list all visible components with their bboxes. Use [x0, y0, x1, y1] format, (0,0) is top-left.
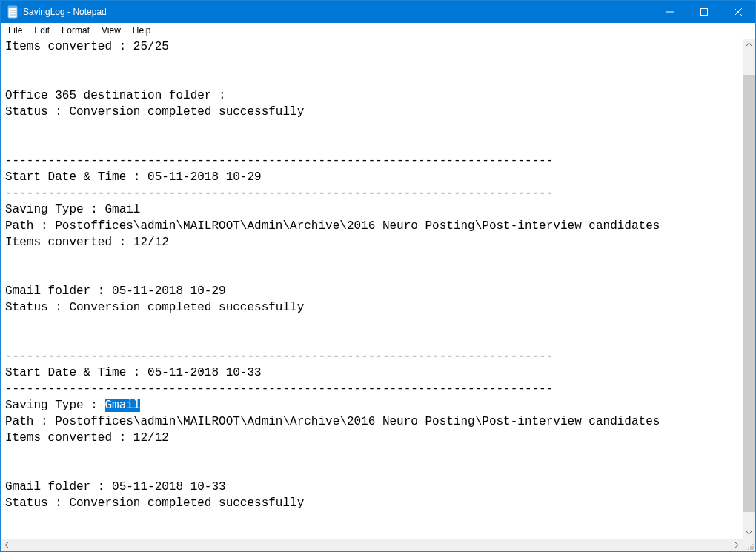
text-line: Start Date & Time : 05-11-2018 10-33	[5, 366, 262, 379]
svg-rect-1	[8, 6, 17, 8]
text-line: Items converted : 12/12	[5, 236, 169, 249]
notepad-window: SavingLog - Notepad File Edit Format Vie…	[0, 0, 756, 552]
text-line: Status : Conversion completed successful…	[5, 496, 304, 510]
text-line: Saving Type : Gmail	[5, 399, 140, 412]
text-line: Status : Conversion completed successful…	[5, 105, 304, 119]
text-line: Path : Postoffices\admin\MAILROOT\Admin\…	[5, 415, 660, 428]
title-bar-left: SavingLog - Notepad	[1, 1, 107, 23]
selected-text: Gmail	[105, 399, 140, 412]
svg-point-13	[750, 548, 752, 550]
text-line: ----------------------------------------…	[5, 350, 553, 363]
svg-point-14	[752, 548, 754, 550]
menu-view[interactable]: View	[96, 23, 127, 39]
notepad-icon	[7, 4, 19, 19]
scroll-right-button[interactable]	[730, 539, 743, 551]
text-line: ----------------------------------------…	[5, 154, 553, 167]
svg-rect-6	[701, 9, 708, 16]
text-line: ----------------------------------------…	[5, 187, 553, 200]
text-fragment: Saving Type :	[5, 399, 105, 412]
minimize-button[interactable]	[653, 1, 687, 23]
horizontal-scrollbar[interactable]	[1, 539, 743, 551]
bottom-bar	[1, 539, 755, 551]
close-button[interactable]	[721, 1, 755, 23]
text-line: Office 365 destination folder :	[5, 89, 226, 102]
svg-point-11	[752, 546, 754, 548]
window-title: SavingLog - Notepad	[23, 7, 107, 17]
menu-edit[interactable]: Edit	[28, 23, 56, 39]
text-line: Path : Postoffices\admin\MAILROOT\Admin\…	[5, 219, 660, 233]
text-line: Status : Conversion completed successful…	[5, 301, 304, 314]
menu-bar: File Edit Format View Help	[1, 23, 755, 39]
text-line: Gmail folder : 05-11-2018 10-29	[5, 285, 226, 298]
resize-grip[interactable]	[743, 539, 755, 551]
text-line: Saving Type : Gmail	[5, 203, 140, 216]
text-line: Start Date & Time : 05-11-2018 10-29	[5, 170, 262, 184]
menu-help[interactable]: Help	[127, 23, 157, 39]
vertical-scrollbar[interactable]	[743, 39, 755, 539]
scroll-left-button[interactable]	[1, 539, 13, 551]
text-editor[interactable]: Items converted : 25/25 Office 365 desti…	[1, 39, 743, 539]
scroll-up-button[interactable]	[743, 39, 755, 51]
horizontal-scroll-track[interactable]	[13, 539, 730, 551]
text-line: Items converted : 25/25	[5, 40, 169, 53]
svg-point-9	[752, 544, 754, 545]
text-line: ----------------------------------------…	[5, 382, 553, 396]
svg-point-10	[750, 546, 752, 548]
svg-point-12	[748, 548, 749, 550]
window-controls	[653, 1, 755, 23]
client-area: Items converted : 25/25 Office 365 desti…	[1, 39, 755, 539]
menu-file[interactable]: File	[2, 23, 28, 39]
scroll-down-button[interactable]	[743, 526, 755, 539]
text-line: Gmail folder : 05-11-2018 10-33	[5, 480, 226, 493]
vertical-scroll-track[interactable]	[743, 51, 755, 526]
text-line: Items converted : 12/12	[5, 431, 169, 445]
maximize-button[interactable]	[687, 1, 721, 23]
vertical-scroll-thumb[interactable]	[743, 75, 755, 512]
title-bar[interactable]: SavingLog - Notepad	[1, 1, 755, 23]
menu-format[interactable]: Format	[56, 23, 96, 39]
